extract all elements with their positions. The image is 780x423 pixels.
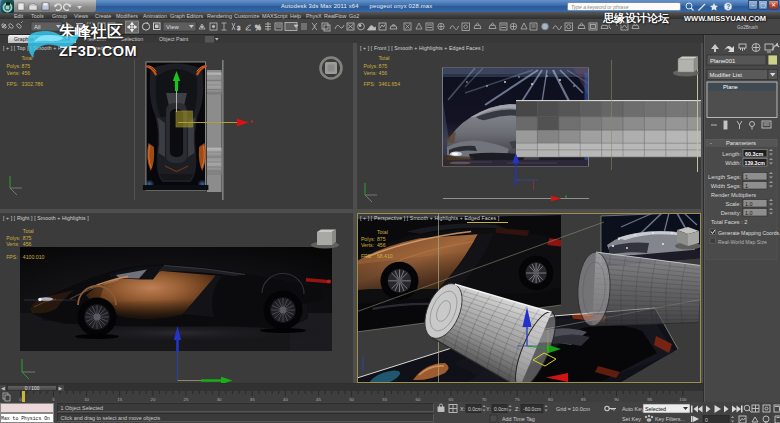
svg-text:Total Faces : 2: Total Faces : 2	[711, 219, 747, 225]
svg-text:1.0: 1.0	[745, 210, 753, 216]
svg-text:Render Multipliers: Render Multipliers	[711, 192, 756, 198]
svg-text:Generate Mapping Coords.: Generate Mapping Coords.	[718, 230, 780, 236]
svg-text:-: -	[710, 140, 712, 146]
svg-text:60.3cm: 60.3cm	[745, 151, 763, 157]
svg-text:0: 0	[705, 417, 708, 423]
svg-text:Set Key: Set Key	[622, 416, 641, 422]
svg-text:Real-World Map Size: Real-World Map Size	[718, 239, 767, 245]
svg-text:Go2Brush: Go2Brush	[737, 25, 758, 30]
svg-text:3: 3	[237, 25, 241, 31]
svg-text:Width:: Width:	[725, 160, 741, 166]
svg-text:139.3cm: 139.3cm	[745, 160, 766, 166]
svg-text:Modifier List: Modifier List	[710, 72, 743, 78]
svg-text:1: 1	[745, 183, 748, 189]
svg-text:Scale:: Scale:	[725, 201, 741, 207]
svg-text:1: 1	[745, 174, 748, 180]
svg-text:-60.0cm: -60.0cm	[523, 406, 541, 412]
svg-text:1.0: 1.0	[745, 201, 753, 207]
svg-text:Length:: Length:	[722, 151, 741, 157]
svg-text:0.0cm: 0.0cm	[468, 406, 482, 412]
svg-text:X:: X:	[460, 406, 465, 412]
svg-text:Auto Key: Auto Key	[622, 406, 644, 412]
svg-text:Width Segs:: Width Segs:	[711, 183, 742, 189]
svg-text:View: View	[166, 24, 180, 30]
svg-text:Add Time Tag: Add Time Tag	[502, 416, 535, 422]
svg-text:Length Segs:: Length Segs:	[708, 174, 741, 180]
svg-text:Plane001: Plane001	[710, 58, 736, 64]
svg-text:Selected: Selected	[645, 406, 666, 412]
svg-text:%: %	[255, 24, 261, 31]
svg-text:Parameters: Parameters	[726, 140, 756, 146]
svg-text:Plane: Plane	[723, 84, 738, 90]
svg-text:Y:: Y:	[486, 406, 491, 412]
svg-text:Density:: Density:	[721, 210, 742, 216]
svg-text:?: ?	[726, 3, 730, 10]
svg-text:Key Filters...: Key Filters...	[655, 416, 685, 422]
svg-text:Grid = 10.0cm: Grid = 10.0cm	[556, 406, 591, 412]
svg-text:Z:: Z:	[515, 406, 520, 412]
svg-text:0.0cm: 0.0cm	[494, 406, 508, 412]
